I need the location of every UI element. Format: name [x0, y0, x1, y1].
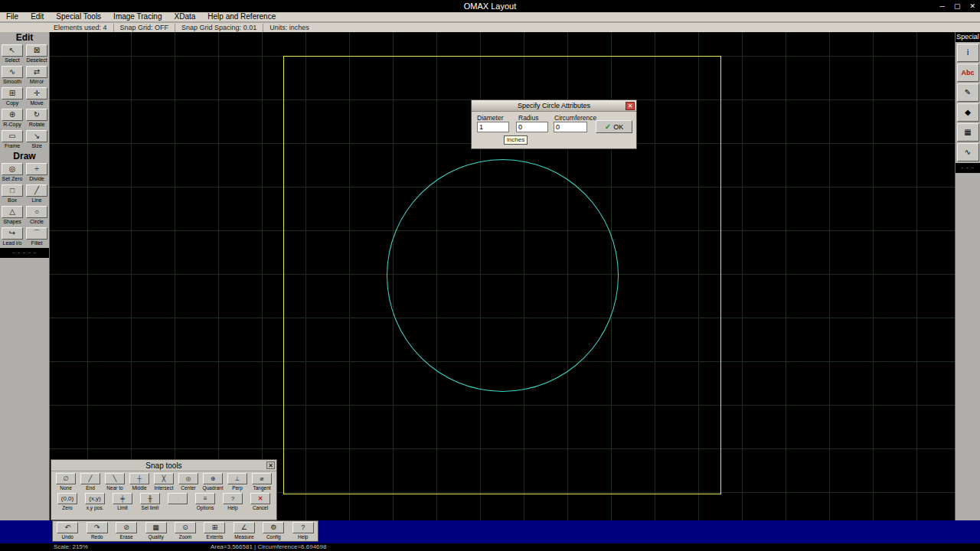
snap-cancel-icon[interactable]: ✕ [250, 493, 270, 504]
help-icon[interactable]: ? [292, 522, 314, 533]
circle-icon[interactable]: ○ [26, 206, 47, 218]
tool-deselect[interactable]: ⊠ Deselect [24, 44, 49, 65]
shapes-icon[interactable]: △ [2, 206, 23, 218]
snap-end[interactable]: ╱ End [78, 473, 103, 491]
fillet-icon[interactable]: ⌒ [26, 227, 47, 240]
tool-fillet[interactable]: ⌒ Fillet [24, 227, 49, 248]
grid-icon[interactable]: ▦ [957, 123, 979, 142]
snap-quadrant-icon[interactable]: ⊕ [203, 473, 223, 484]
circle-entity[interactable] [387, 159, 619, 392]
snap-limit-icon[interactable]: ╪ [113, 493, 132, 504]
snap-xy-pos-icon[interactable]: (x,y) [85, 493, 105, 504]
toolbar-help[interactable]: ? Help [289, 522, 318, 541]
tool-rotate[interactable]: ↻ Rotate [24, 108, 49, 129]
snap-help-icon[interactable]: ? [223, 493, 243, 504]
snap-tangent-icon[interactable]: ⌀ [252, 473, 272, 484]
measure-icon[interactable]: ∠ [234, 522, 255, 533]
tool-copy[interactable]: ⊞ Copy [0, 86, 24, 108]
tool-set-zero[interactable]: ◎ Set Zero [0, 162, 24, 184]
snap-options[interactable]: ≡ Options [191, 493, 219, 511]
config-icon[interactable]: ⚙ [263, 522, 284, 533]
tool-rcopy[interactable]: ⊕ R-Copy [0, 108, 24, 129]
snap-cancel[interactable]: ✕ Cancel [247, 493, 274, 511]
snap-center[interactable]: ◎ Center [176, 473, 201, 491]
redo-icon[interactable]: ↷ [87, 522, 108, 533]
info-icon[interactable]: i [957, 44, 979, 62]
divide-icon[interactable]: ÷ [26, 163, 47, 175]
snap-help[interactable]: ? Help [219, 493, 247, 511]
maximize-icon[interactable]: ▢ [954, 0, 961, 12]
snap-perp[interactable]: ⊥ Perp [225, 473, 250, 491]
lead-io-icon[interactable]: ↪ [2, 227, 23, 240]
toolbar-undo[interactable]: ↶ Undo [53, 522, 82, 541]
path-icon[interactable]: ∿ [957, 143, 979, 161]
zoom-icon[interactable]: ⊙ [175, 522, 196, 533]
tool-select[interactable]: ↖ Select [0, 44, 24, 65]
tool-divide[interactable]: ÷ Divide [24, 162, 49, 184]
close-icon[interactable]: ✕ [969, 0, 975, 12]
tool-line[interactable]: ╱ Line [24, 184, 49, 205]
snap-limit[interactable]: ╪ Limit [109, 493, 136, 511]
abc-text-icon[interactable]: Abc [957, 64, 979, 82]
menu-file[interactable]: File [0, 12, 24, 21]
toolbar-redo[interactable]: ↷ Redo [82, 522, 111, 541]
quality-icon[interactable]: ▦ [145, 522, 167, 533]
minimize-icon[interactable]: ─ [940, 0, 945, 12]
toolbar-zoom[interactable]: ⊙ Zoom [171, 522, 200, 541]
extents-icon[interactable]: ⊞ [204, 522, 225, 533]
set-zero-icon[interactable]: ◎ [2, 163, 23, 175]
rcopy-icon[interactable]: ⊕ [2, 109, 23, 121]
size-icon[interactable]: ↘ [26, 130, 47, 142]
frame-icon[interactable]: ▭ [2, 130, 23, 142]
menu-image-tracing[interactable]: Image Tracing [107, 12, 168, 21]
menu-special-tools[interactable]: Special Tools [50, 12, 107, 21]
snap-center-icon[interactable]: ◎ [178, 473, 198, 484]
menu-help[interactable]: Help and Reference [201, 12, 282, 21]
tool-lead-io[interactable]: ↪ Lead i/o [0, 227, 24, 248]
snap-zero[interactable]: (0,0) Zero [54, 493, 81, 511]
box-icon[interactable]: □ [2, 184, 23, 197]
erase-icon[interactable]: ⊘ [116, 522, 137, 533]
snap-middle[interactable]: ┼ Middle [127, 473, 152, 491]
toolbar-measure[interactable]: ∠ Measure [230, 522, 259, 541]
menu-xdata[interactable]: XData [168, 12, 201, 21]
snap-near-to[interactable]: ╲ Near to [103, 473, 127, 491]
toolbar-quality[interactable]: ▦ Quality [141, 522, 170, 541]
tool-move[interactable]: ✛ Move [24, 86, 49, 108]
circumference-field[interactable] [554, 122, 587, 132]
tool-size[interactable]: ↘ Size [24, 129, 49, 151]
snap-zero-icon[interactable]: (0,0) [57, 493, 77, 504]
snap-sel-limit-icon[interactable]: ╫ [140, 493, 160, 504]
tool-circle[interactable]: ○ Circle [24, 205, 49, 227]
toolbar-config[interactable]: ⚙ Config [259, 522, 288, 541]
snap-options-icon[interactable]: ≡ [195, 493, 215, 504]
mirror-icon[interactable]: ⇄ [26, 66, 47, 78]
diameter-field[interactable] [477, 122, 509, 132]
menu-edit[interactable]: Edit [24, 12, 50, 21]
snap-xy-pos[interactable]: (x,y) x,y pos. [81, 493, 109, 511]
snap-intersect-icon[interactable]: ╳ [154, 473, 174, 484]
line-icon[interactable]: ╱ [26, 184, 47, 197]
radius-field[interactable] [516, 122, 548, 132]
move-icon[interactable]: ✛ [26, 87, 47, 99]
tool-mirror[interactable]: ⇄ Mirror [24, 65, 49, 86]
smooth-icon[interactable]: ∿ [2, 66, 23, 78]
tool-frame[interactable]: ▭ Frame [0, 129, 24, 151]
toolbar-extents[interactable]: ⊞ Extents [200, 522, 229, 541]
ok-button[interactable]: ✓ OK [596, 120, 632, 133]
pencil-icon[interactable]: ✎ [957, 83, 979, 102]
snap-close-icon[interactable]: ✕ [266, 461, 275, 469]
snap-none[interactable]: ∅ None [54, 473, 78, 491]
snap-end-icon[interactable]: ╱ [80, 473, 100, 484]
dialog-close-icon[interactable]: ✕ [626, 102, 635, 110]
snap-quadrant[interactable]: ⊕ Quadrant [201, 473, 225, 491]
rotate-icon[interactable]: ↻ [26, 109, 47, 121]
select-icon[interactable]: ↖ [2, 44, 23, 57]
shape-icon[interactable]: ◆ [957, 103, 979, 122]
snap-sel-limit[interactable]: ╫ Sel limit [136, 493, 164, 511]
copy-icon[interactable]: ⊞ [2, 87, 23, 99]
snap-near-to-icon[interactable]: ╲ [105, 473, 125, 484]
tool-shapes[interactable]: △ Shapes [0, 205, 24, 227]
snap-perp-icon[interactable]: ⊥ [227, 473, 247, 484]
toolbar-erase[interactable]: ⊘ Erase [112, 522, 141, 541]
